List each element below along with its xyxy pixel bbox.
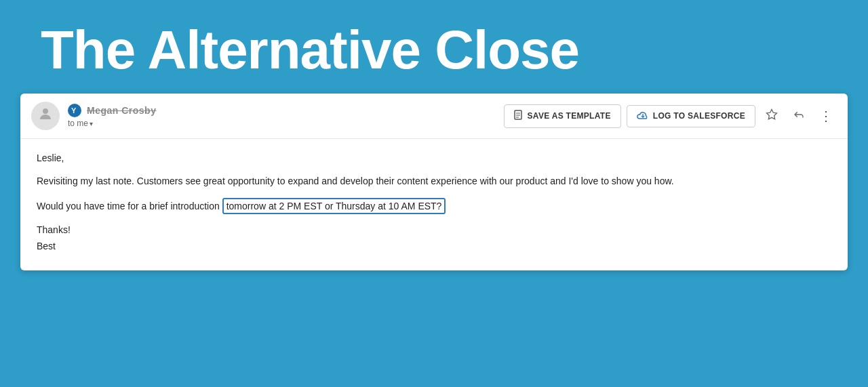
avatar xyxy=(31,102,60,130)
page-title: The Alternative Close xyxy=(41,20,827,80)
star-button[interactable] xyxy=(761,105,783,127)
yesware-logo: Y xyxy=(68,104,81,117)
sender-name: Megan Crosby xyxy=(87,105,156,116)
svg-point-0 xyxy=(43,108,48,114)
email-body-line1: Revisiting my last note. Customers see g… xyxy=(37,174,831,188)
email-greeting: Leslie, xyxy=(37,152,831,163)
email-closing-best: Best xyxy=(37,241,831,251)
to-me-label: to me xyxy=(68,119,88,128)
log-salesforce-button[interactable]: LOG TO SALESFORCE xyxy=(627,105,755,127)
person-icon xyxy=(37,106,54,126)
save-template-label: SAVE AS TEMPLATE xyxy=(528,111,611,121)
header-section: The Alternative Close xyxy=(0,0,868,94)
email-body-line2: Would you have time for a brief introduc… xyxy=(37,199,831,213)
document-icon xyxy=(514,110,524,123)
reply-button[interactable] xyxy=(788,105,810,127)
more-button[interactable]: ⋮ xyxy=(815,105,837,127)
sender-row: Y Megan Crosby xyxy=(68,104,496,117)
save-template-button[interactable]: SAVE AS TEMPLATE xyxy=(504,104,621,128)
cloud-icon xyxy=(637,110,649,122)
body-line2-prefix: Would you have time for a brief introduc… xyxy=(37,201,222,211)
email-actions: SAVE AS TEMPLATE LOG TO SALESFORCE xyxy=(504,104,837,128)
sender-info: Y Megan Crosby to me ▾ xyxy=(68,104,496,128)
email-closing-thanks: Thanks! xyxy=(37,224,831,235)
star-icon xyxy=(766,108,778,124)
more-icon: ⋮ xyxy=(819,109,833,123)
log-salesforce-label: LOG TO SALESFORCE xyxy=(653,111,745,121)
email-header: Y Megan Crosby to me ▾ SAVE xyxy=(20,94,848,139)
email-card: Y Megan Crosby to me ▾ SAVE xyxy=(20,94,848,270)
reply-icon xyxy=(793,108,805,124)
highlighted-alternative-close: tomorrow at 2 PM EST or Thursday at 10 A… xyxy=(222,198,446,214)
to-me[interactable]: to me ▾ xyxy=(68,119,496,128)
chevron-down-icon: ▾ xyxy=(90,120,93,127)
svg-text:Y: Y xyxy=(71,106,77,115)
svg-marker-7 xyxy=(767,109,777,119)
email-body: Leslie, Revisiting my last note. Custome… xyxy=(20,139,848,270)
